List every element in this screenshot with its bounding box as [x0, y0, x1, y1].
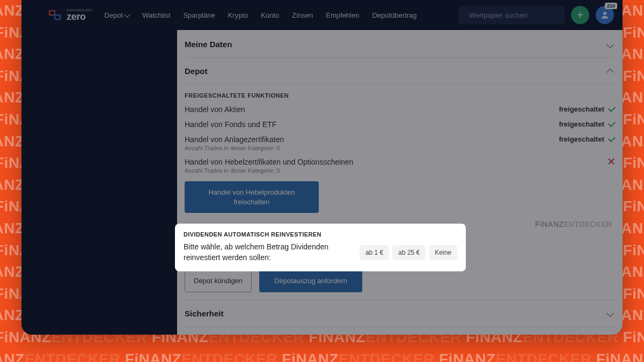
logo-icon	[47, 9, 62, 21]
feature-row: Handel von Hebelzertifikaten und Options…	[185, 156, 615, 178]
option-ab-1[interactable]: ab 1 €	[360, 245, 389, 260]
x-icon	[608, 158, 615, 165]
reinvest-options: ab 1 € ab 25 € Keine	[360, 245, 457, 260]
check-icon	[608, 134, 616, 142]
content-panel: Meine Daten Depot FREIGESCHALTETE FUNKTI…	[177, 30, 623, 335]
logo[interactable]: FINANZEN.NET zero	[47, 9, 92, 21]
add-button[interactable]: +	[571, 6, 589, 24]
feature-name: Handel von Fonds und ETF	[185, 120, 559, 129]
svg-point-2	[603, 12, 606, 15]
svg-line-1	[464, 15, 465, 16]
accordion-title: Depot	[185, 67, 208, 76]
nav-zinsen[interactable]: Zinsen	[292, 11, 313, 19]
accordion-depot[interactable]: Depot	[185, 57, 615, 84]
card-text: Bitte wähle, ab welchem Betrag Dividende…	[184, 242, 352, 263]
nav-links: Depot Watchlist Sparpläne Krypto Konto Z…	[104, 11, 416, 19]
accordion-title: Meine Daten	[185, 40, 232, 49]
unlock-leverage-button[interactable]: Handel von Hebelprodukten freischalten	[185, 181, 319, 213]
feature-status: freigeschaltet	[559, 135, 604, 143]
feature-subtext: Anzahl Trades in dieser Kategorie: 0	[185, 167, 608, 174]
accordion-title: Sicherheit	[185, 309, 224, 318]
chevron-down-icon	[606, 40, 614, 48]
watermark-text: FiNANZENTDECKER	[535, 220, 612, 228]
chevron-down-icon	[606, 309, 614, 317]
nav-watchlist[interactable]: Watchlist	[142, 11, 170, 19]
option-keine[interactable]: Keine	[429, 245, 457, 260]
feature-subtext: Anzahl Trades in dieser Kategorie: 0	[185, 145, 559, 151]
svg-point-0	[464, 14, 464, 15]
nav-krypto[interactable]: Krypto	[228, 11, 248, 19]
user-icon	[600, 10, 610, 20]
nav-depotuebertrag[interactable]: Depotübertrag	[372, 11, 416, 19]
nav-konto[interactable]: Konto	[261, 11, 279, 19]
card-title: DIVIDENDEN AUTOMATISCH REINVESTIEREN	[184, 231, 457, 238]
top-nav: FINANZEN.NET zero Depot Watchlist Sparpl…	[21, 0, 623, 30]
feature-name: Handel von Anlagezertifikaten	[185, 135, 559, 144]
dividend-reinvest-card: DIVIDENDEN AUTOMATISCH REINVESTIEREN Bit…	[175, 224, 466, 271]
accordion-sicherheit[interactable]: Sicherheit	[185, 300, 615, 327]
check-icon	[608, 119, 616, 127]
check-icon	[608, 104, 616, 112]
logo-text-bottom: zero	[67, 12, 92, 21]
feature-status: freigeschaltet	[559, 105, 604, 113]
feature-name: Handel von Aktien	[185, 105, 559, 114]
user-menu-button[interactable]: 210	[596, 6, 614, 24]
section-heading-funktionen: FREIGESCHALTETE FUNKTIONEN	[185, 84, 615, 103]
search-input[interactable]	[469, 11, 559, 19]
plus-icon: +	[577, 10, 583, 20]
feature-status: freigeschaltet	[559, 120, 604, 128]
search-box[interactable]	[458, 6, 565, 24]
app-window: FINANZEN.NET zero Depot Watchlist Sparpl…	[21, 0, 623, 335]
feature-row: Handel von Anlagezertifikaten Anzahl Tra…	[185, 133, 615, 156]
search-icon	[464, 10, 465, 20]
accordion-benachrichtigungen[interactable]: Benachrichtigungen	[185, 327, 615, 335]
nav-empfehlen[interactable]: Empfehlen	[326, 11, 359, 19]
feature-name: Handel von Hebelzertifikaten und Options…	[185, 158, 608, 166]
nav-depot[interactable]: Depot	[104, 11, 129, 19]
nav-sparplaene[interactable]: Sparpläne	[183, 11, 215, 19]
accordion-meine-daten[interactable]: Meine Daten	[185, 30, 615, 57]
notification-badge: 210	[605, 3, 617, 9]
chevron-down-icon	[125, 11, 130, 17]
feature-row: Handel von Aktien freigeschaltet	[185, 103, 615, 118]
option-ab-25[interactable]: ab 25 €	[392, 245, 426, 260]
feature-row: Handel von Fonds und ETF freigeschaltet	[185, 118, 615, 133]
chevron-up-icon	[606, 68, 614, 76]
